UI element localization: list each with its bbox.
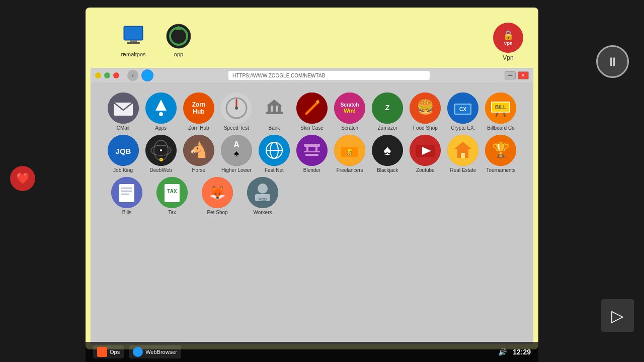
bank-icon — [259, 93, 290, 124]
app-freelancers[interactable]: 👷 Freelancers — [333, 135, 367, 173]
exit-button[interactable]: ▷ — [601, 299, 634, 332]
apps-icon — [145, 93, 177, 124]
app-speedtest[interactable]: Speed Test — [219, 93, 253, 131]
svg-text:♠: ♠ — [234, 148, 239, 158]
app-realestate[interactable]: Real Estate — [446, 135, 480, 173]
taskbar-right: 🔊 12:29 — [498, 348, 531, 356]
back-button[interactable]: ‹ — [127, 70, 138, 81]
taskbar: Ops WebBrowser 🔊 12:29 — [86, 342, 538, 362]
blackjack-label: Blackjack — [377, 167, 398, 173]
app-row-3: Bills TAX Tax 🦊 Pet Shop — [106, 177, 518, 215]
desktop: 🔒 Vpn Vpn rəmaltpos — [86, 8, 538, 349]
svg-text:MOD: MOD — [259, 198, 267, 201]
svg-text:JQB: JQB — [115, 147, 131, 155]
app-bills[interactable]: Bills — [106, 177, 147, 215]
app-foodshop[interactable]: 🍔 Food Shop — [409, 93, 442, 131]
svg-text:👷: 👷 — [346, 148, 353, 155]
globe-icon: 🌐 — [141, 69, 153, 81]
svg-text:😶: 😶 — [158, 157, 163, 162]
app-blackjack[interactable]: ♠ Blackjack — [371, 135, 405, 173]
speedtest-label: Speed Test — [224, 125, 249, 131]
bills-icon — [111, 177, 142, 208]
svg-point-60 — [296, 135, 328, 166]
app-billboard[interactable]: BILL Billboard Co — [484, 93, 518, 131]
taskbar-ops[interactable]: Ops — [93, 345, 124, 358]
desktop-icon-refresh[interactable]: opp — [161, 23, 196, 58]
app-workers[interactable]: MOD Workers — [242, 177, 283, 215]
svg-text:🦊: 🦊 — [209, 185, 226, 201]
webbrowser-label: WebBrowser — [145, 349, 177, 355]
tournaments-icon: 🏆 — [485, 135, 516, 166]
app-petshop[interactable]: 🦊 Pet Shop — [197, 177, 238, 215]
app-jobking[interactable]: JQB Job King — [106, 135, 140, 173]
apps-label: Apps — [155, 125, 167, 131]
scratch-icon: ScratchWin! — [334, 93, 365, 124]
foodshop-icon: 🍔 — [410, 93, 441, 124]
app-zamazor[interactable]: Z Zamazor — [371, 93, 405, 131]
svg-rect-23 — [278, 106, 281, 112]
app-horse[interactable]: 🐴 Horse — [182, 135, 215, 173]
desktop-icon-computer[interactable]: rəmaltpos — [116, 23, 151, 58]
zornhub-icon: ZornHub — [183, 93, 214, 124]
svg-rect-2 — [130, 40, 137, 42]
ops-label: Ops — [110, 349, 120, 355]
scratch-label: Scratch — [341, 125, 358, 131]
zamazor-label: Zamazor — [377, 125, 397, 131]
clock: 12:29 — [513, 348, 531, 356]
app-apps[interactable]: Apps — [144, 93, 178, 131]
skincase-icon — [296, 93, 328, 124]
app-zoutube[interactable]: Zoutube — [409, 135, 442, 173]
app-tax[interactable]: TAX Tax — [151, 177, 193, 215]
title-dot-red[interactable] — [113, 72, 119, 78]
svg-point-17 — [235, 107, 238, 110]
app-fastnet[interactable]: Fast Net — [257, 135, 291, 173]
app-crypto[interactable]: CX Crypto EX. — [446, 93, 480, 131]
app-skincase[interactable]: Skin Case — [295, 93, 329, 131]
higherlower-label: Higher Lower — [221, 167, 251, 173]
desktop-icons-area: rəmaltpos opp — [116, 23, 196, 58]
app-higherlower[interactable]: A♠ Higher Lower — [219, 135, 253, 173]
vpn-text: Vpn — [504, 41, 513, 46]
browser-content: CMail Apps ZornHub Zorn Hub — [91, 82, 533, 344]
taskbar-webbrowser[interactable]: WebBrowser — [129, 345, 181, 358]
billboard-label: Billboard Co — [487, 125, 514, 131]
blackjack-icon: ♠ — [372, 135, 403, 166]
app-row-2: JQB Job King 😶 DeebWeb 🐴 — [106, 135, 518, 173]
svg-text:A: A — [233, 140, 239, 149]
app-row-1: CMail Apps ZornHub Zorn Hub — [106, 93, 518, 131]
app-cmail[interactable]: CMail — [106, 93, 140, 131]
computer-label: rəmaltpos — [121, 51, 145, 58]
refresh-icon — [165, 23, 193, 50]
svg-rect-65 — [305, 154, 318, 156]
bills-label: Bills — [122, 210, 131, 215]
app-blender[interactable]: Blender — [295, 135, 329, 173]
svg-text:♠: ♠ — [384, 142, 391, 158]
horse-label: Horse — [192, 167, 205, 173]
app-tournaments[interactable]: 🏆 Tournaments — [484, 135, 518, 173]
pause-button[interactable]: ⏸ — [596, 45, 629, 78]
app-bank[interactable]: Bank — [257, 93, 291, 131]
title-dot-green[interactable] — [104, 72, 110, 78]
tax-icon: TAX — [156, 177, 188, 208]
svg-text:Hub: Hub — [193, 108, 204, 115]
close-button[interactable]: ✕ — [518, 71, 529, 79]
petshop-label: Pet Shop — [207, 210, 227, 215]
app-deepweb[interactable]: 😶 DeebWeb — [144, 135, 178, 173]
app-scratch[interactable]: ScratchWin! Scratch — [333, 93, 367, 131]
url-bar[interactable]: HTTPS://WWW.ZOOGLE.COM/NEWTAB — [228, 71, 430, 80]
zamazor-icon: Z — [372, 93, 403, 124]
svg-rect-21 — [268, 106, 271, 112]
zornhub-label: Zorn Hub — [188, 125, 209, 131]
app-zornhub[interactable]: ZornHub Zorn Hub — [182, 93, 215, 131]
svg-point-91 — [258, 184, 268, 194]
refresh-label: opp — [174, 51, 183, 57]
minimize-button[interactable]: — — [505, 71, 516, 79]
fastnet-icon — [259, 135, 290, 166]
title-dot-yellow[interactable] — [95, 72, 101, 78]
freelancers-icon: 👷 — [334, 135, 365, 166]
vpn-button[interactable]: 🔒 Vpn Vpn — [493, 23, 523, 61]
blender-icon — [296, 135, 328, 166]
window-controls: — ✕ — [505, 71, 529, 79]
svg-rect-22 — [273, 106, 276, 112]
horse-icon: 🐴 — [183, 135, 214, 166]
